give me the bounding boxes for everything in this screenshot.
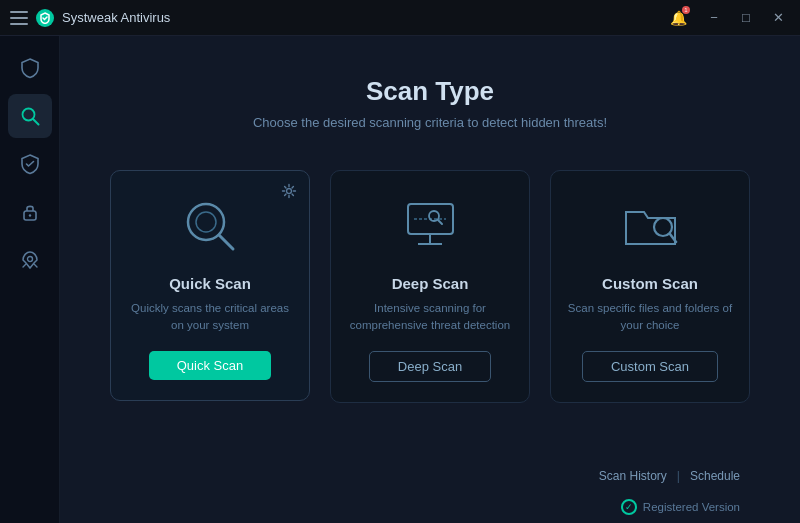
svg-point-8 [196,212,216,232]
app-title: Systweak Antivirus [62,10,170,25]
deep-scan-title: Deep Scan [392,275,469,292]
quick-scan-title: Quick Scan [169,275,251,292]
page-title: Scan Type [100,76,760,107]
registered-check-icon: ✓ [621,499,637,515]
app-logo [36,9,54,27]
title-bar: Systweak Antivirus 🔔 1 − □ ✕ [0,0,800,36]
footer-links-row: Scan History | Schedule [100,457,760,495]
footer-links: Scan History | Schedule [599,469,740,483]
sidebar-item-check[interactable] [8,142,52,186]
main-layout: Scan Type Choose the desired scanning cr… [0,36,800,523]
svg-point-4 [27,257,32,262]
settings-icon[interactable] [279,181,299,201]
custom-scan-card: Custom Scan Scan specific files and fold… [550,170,750,403]
page-header: Scan Type Choose the desired scanning cr… [100,36,760,160]
registered-label: Registered Version [643,501,740,513]
deep-scan-icon [395,191,465,261]
deep-scan-card: Deep Scan Intensive scanning for compreh… [330,170,530,403]
custom-scan-button[interactable]: Custom Scan [582,351,718,382]
svg-point-3 [28,214,30,216]
registered-row: ✓ Registered Version [100,499,760,523]
scan-cards-container: Quick Scan Quickly scans the critical ar… [100,160,760,457]
title-bar-right: 🔔 1 − □ ✕ [668,4,792,32]
quick-scan-icon [175,191,245,261]
title-bar-left: Systweak Antivirus [10,9,170,27]
close-button[interactable]: ✕ [764,4,792,32]
page-subtitle: Choose the desired scanning criteria to … [100,115,760,130]
scan-magnify-icon [19,105,41,127]
quick-scan-card: Quick Scan Quickly scans the critical ar… [110,170,310,401]
deep-scan-button[interactable]: Deep Scan [369,351,491,382]
rocket-icon [19,249,41,271]
custom-scan-title: Custom Scan [602,275,698,292]
custom-scan-desc: Scan specific files and folders of your … [567,300,733,335]
sidebar-item-privacy[interactable] [8,190,52,234]
scan-history-link[interactable]: Scan History [599,469,667,483]
sidebar-item-protection[interactable] [8,46,52,90]
quick-scan-desc: Quickly scans the critical areas on your… [127,300,293,335]
shield-icon [19,57,41,79]
minimize-button[interactable]: − [700,4,728,32]
sidebar-item-scan[interactable] [8,94,52,138]
deep-scan-desc: Intensive scanning for comprehensive thr… [347,300,513,335]
svg-line-7 [219,235,233,249]
quick-scan-button[interactable]: Quick Scan [149,351,271,380]
footer-divider: | [677,469,680,483]
sidebar [0,36,60,523]
svg-line-1 [33,119,39,125]
notification-button[interactable]: 🔔 1 [668,8,688,28]
sidebar-item-boost[interactable] [8,238,52,282]
maximize-button[interactable]: □ [732,4,760,32]
check-shield-icon [19,153,41,175]
schedule-link[interactable]: Schedule [690,469,740,483]
custom-scan-icon [615,191,685,261]
lock-icon [19,201,41,223]
content-area: Scan Type Choose the desired scanning cr… [60,36,800,523]
svg-point-5 [287,189,292,194]
svg-line-14 [438,220,442,224]
menu-icon[interactable] [10,11,28,25]
